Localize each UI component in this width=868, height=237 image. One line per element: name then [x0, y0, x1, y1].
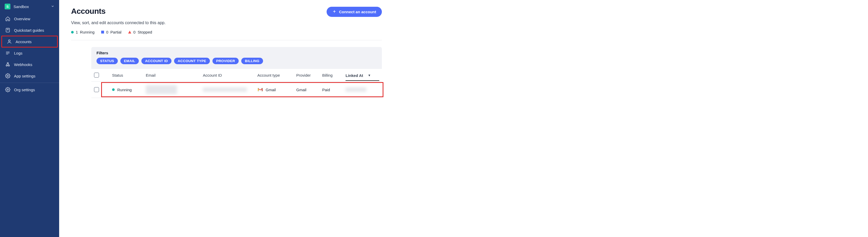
sidebar-item-org-settings[interactable]: Org settings	[0, 84, 59, 95]
square-icon	[101, 31, 104, 33]
sidebar-item-webhooks[interactable]: Webhooks	[0, 59, 59, 70]
sidebar-item-label: Org settings	[14, 87, 35, 92]
webhook-icon	[5, 62, 10, 67]
summary-running-count: 1	[76, 30, 78, 34]
svg-point-10	[7, 75, 8, 77]
filter-chip-billing[interactable]: BILLING	[241, 58, 263, 64]
filters-title: Filters	[96, 51, 377, 55]
chevron-down-icon	[51, 4, 55, 9]
row-checkbox[interactable]	[94, 87, 99, 92]
dot-icon	[112, 88, 115, 91]
sidebar-item-overview[interactable]: Overview	[0, 13, 59, 24]
book-icon	[5, 28, 10, 33]
filter-chip-account-id[interactable]: ACCOUNT ID	[142, 58, 172, 64]
accounts-table: Status Email Account ID Account type Pro…	[91, 69, 382, 98]
user-icon	[7, 39, 12, 44]
col-linked-at-label: Linked At	[345, 73, 363, 78]
summary-stopped-count: 0	[133, 30, 135, 34]
environment-badge: S	[5, 4, 10, 9]
col-status[interactable]: Status	[112, 73, 146, 77]
col-provider[interactable]: Provider	[296, 73, 322, 77]
sidebar: S Sandbox Overview Quickstart guides Acc…	[0, 0, 59, 237]
sort-desc-icon: ▼	[368, 74, 371, 77]
table-header: Status Email Account ID Account type Pro…	[91, 69, 382, 82]
status-text: Running	[117, 87, 132, 92]
dot-icon	[71, 31, 74, 33]
list-icon	[5, 50, 10, 56]
summary-running: 1 Running	[71, 30, 94, 34]
summary-partial: 0 Partial	[101, 30, 121, 34]
sidebar-item-label: Accounts	[16, 40, 32, 44]
page-title: Accounts	[71, 7, 105, 16]
plus-icon	[332, 9, 337, 14]
gear-icon	[5, 87, 10, 92]
summary-stopped: 0 Stopped	[128, 30, 152, 34]
triangle-icon	[128, 31, 131, 33]
cell-email	[146, 85, 203, 94]
sidebar-item-label: Webhooks	[14, 62, 32, 67]
cell-billing: Paid	[322, 87, 345, 92]
cell-provider: Gmail	[296, 87, 322, 92]
divider	[0, 83, 59, 83]
filter-chip-status[interactable]: STATUS	[96, 58, 118, 64]
cell-linked-at	[345, 87, 379, 92]
sidebar-item-logs[interactable]: Logs	[0, 47, 59, 59]
sidebar-item-accounts[interactable]: Accounts	[2, 36, 58, 47]
account-type-text: Gmail	[266, 87, 276, 92]
environment-selector[interactable]: S Sandbox	[0, 0, 59, 13]
environment-name: Sandbox	[13, 4, 48, 9]
col-account-id[interactable]: Account ID	[203, 73, 257, 77]
sidebar-item-label: App settings	[14, 74, 35, 78]
cell-account-type: Gmail	[257, 87, 296, 92]
col-linked-at[interactable]: Linked At ▼	[345, 73, 379, 81]
summary-partial-count: 0	[106, 30, 108, 34]
sidebar-item-label: Overview	[14, 17, 30, 21]
select-all-checkbox[interactable]	[94, 73, 99, 78]
col-email[interactable]: Email	[146, 73, 203, 77]
main-content: Accounts Connect an account View, sort, …	[59, 0, 394, 237]
svg-point-8	[8, 65, 9, 66]
status-summary: 1 Running 0 Partial 0 Stopped	[71, 30, 382, 34]
summary-partial-label: Partial	[111, 30, 122, 34]
col-account-type[interactable]: Account type	[257, 73, 296, 77]
svg-point-11	[7, 89, 8, 90]
cell-account-id	[203, 87, 257, 92]
svg-point-3	[8, 40, 10, 42]
svg-point-7	[6, 65, 7, 66]
gmail-icon	[257, 87, 263, 92]
home-icon	[5, 16, 10, 21]
filter-chips: STATUS EMAIL ACCOUNT ID ACCOUNT TYPE PRO…	[96, 58, 377, 64]
filter-chip-account-type[interactable]: ACCOUNT TYPE	[174, 58, 210, 64]
sidebar-item-label: Logs	[14, 51, 23, 55]
filters-panel: Filters STATUS EMAIL ACCOUNT ID ACCOUNT …	[91, 47, 382, 69]
sidebar-item-label: Quickstart guides	[14, 28, 44, 32]
connect-account-label: Connect an account	[339, 9, 376, 14]
gear-icon	[5, 73, 10, 78]
page-subtitle: View, sort, and edit accounts connected …	[71, 21, 382, 25]
col-billing[interactable]: Billing	[322, 73, 345, 77]
svg-rect-0	[6, 28, 9, 32]
sidebar-item-app-settings[interactable]: App settings	[0, 70, 59, 82]
summary-stopped-label: Stopped	[137, 30, 152, 34]
filter-chip-email[interactable]: EMAIL	[120, 58, 139, 64]
cell-status: Running	[112, 87, 146, 92]
filter-chip-provider[interactable]: PROVIDER	[213, 58, 239, 64]
sidebar-item-quickstart[interactable]: Quickstart guides	[0, 24, 59, 36]
summary-running-label: Running	[80, 30, 94, 34]
table-row[interactable]: Running Gmail Gmail Paid	[91, 82, 382, 98]
connect-account-button[interactable]: Connect an account	[327, 7, 382, 17]
